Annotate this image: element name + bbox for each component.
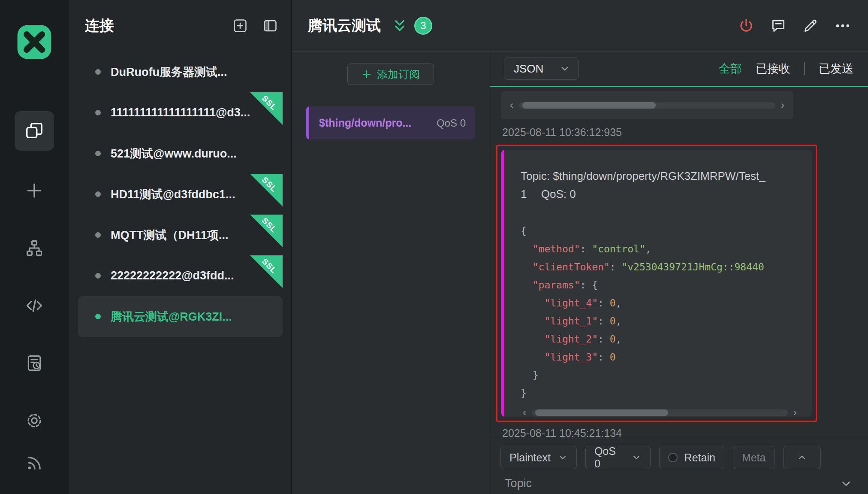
code-line: "params": {: [521, 276, 801, 294]
connection-item[interactable]: 111111111111111111@d3...SSL: [69, 92, 291, 133]
payload-code: { "method": "control", "clientToken": "v…: [521, 222, 801, 402]
code-token: [521, 333, 544, 345]
scrollbar-thumb[interactable]: [535, 409, 668, 416]
connection-label: DuRuofu服务器测试...: [111, 64, 227, 80]
connection-status-dot: [95, 191, 101, 197]
retain-toggle[interactable]: Retain: [659, 446, 724, 469]
code-line: "light_2": 0,: [521, 330, 801, 348]
message-item-partial[interactable]: ‹ ›: [501, 91, 793, 119]
message-item[interactable]: Topic: $thing/down/property/RGK3ZIMRPW/T…: [501, 150, 812, 417]
scrollbar-track[interactable]: [519, 102, 775, 109]
chevron-down-icon: [558, 452, 568, 463]
subscription-item[interactable]: $thing/down/pro...QoS 0: [306, 106, 475, 139]
code-token: "v2530439721JHmCg::98440: [621, 261, 764, 273]
filter-tab-all[interactable]: 全部: [719, 61, 742, 76]
code-token: [521, 352, 544, 363]
scrollbar-track[interactable]: [532, 409, 788, 416]
add-subscription-button[interactable]: 添加订阅: [347, 64, 434, 85]
horizontal-scrollbar[interactable]: ‹ ›: [508, 100, 787, 110]
new-connection-button[interactable]: [232, 18, 248, 34]
code-token: [521, 297, 544, 309]
connection-item[interactable]: HD11测试@d3fddbc1...SSL: [69, 174, 291, 215]
code-line: "light_4": 0,: [521, 294, 801, 312]
messages-toolbar: JSON 全部已接收已发送: [490, 52, 868, 87]
subscription-count-badge: 3: [414, 17, 432, 35]
code-token: }: [521, 370, 539, 381]
code-token: "clientToken": [533, 261, 610, 273]
payload-format-select[interactable]: JSON: [504, 58, 579, 80]
code-token: "params": [533, 279, 580, 291]
code-token: [521, 261, 533, 273]
scrollbar-thumb[interactable]: [522, 102, 656, 109]
publish-options-row: Plaintext QoS 0: [500, 446, 858, 469]
more-options-button[interactable]: [835, 18, 851, 34]
chevron-down-icon: [631, 452, 642, 463]
connection-item[interactable]: DuRuofu服务器测试...: [69, 52, 291, 92]
nav-log[interactable]: [15, 353, 54, 373]
publish-qos-select[interactable]: QoS 0: [585, 446, 651, 469]
annotation-highlight-box: Topic: $thing/down/property/RGK3ZIMRPW/T…: [496, 145, 817, 422]
new-window-plus-icon: [232, 18, 248, 34]
nav-feedback[interactable]: [15, 443, 54, 483]
scroll-right-icon[interactable]: ›: [779, 100, 787, 110]
nav-settings[interactable]: [15, 411, 54, 430]
filter-tab-received[interactable]: 已接收: [756, 61, 790, 76]
mqttx-logo-icon: [16, 24, 53, 61]
power-icon: [738, 18, 754, 34]
code-token: :: [598, 297, 610, 309]
code-token: :: [598, 333, 610, 345]
code-token: 0: [610, 297, 616, 309]
connection-label: 腾讯云测试@RGK3ZI...: [111, 309, 232, 324]
retain-toggle-dot: [668, 453, 678, 462]
horizontal-scrollbar[interactable]: ‹ ›: [521, 407, 801, 417]
filter-tab-sent[interactable]: 已发送: [819, 61, 853, 76]
nav-connections[interactable]: [15, 111, 54, 151]
mqttx-logo[interactable]: [16, 24, 53, 61]
publish-topic-input[interactable]: Topic: [500, 477, 858, 490]
code-token: "light_2": [544, 333, 598, 345]
edit-connection-button[interactable]: [802, 18, 819, 34]
nav-topics[interactable]: [15, 238, 54, 258]
collapse-panel-button[interactable]: [262, 18, 278, 34]
ssl-badge: SSL: [250, 92, 283, 125]
message-feed[interactable]: ‹ › 2025-08-11 10:36:12:935 Topic: $thin…: [490, 87, 868, 439]
disconnect-button[interactable]: [738, 18, 754, 34]
code-token: ,: [616, 333, 622, 345]
connection-label: MQTT测试（DH11项...: [111, 227, 229, 243]
scroll-left-icon[interactable]: ‹: [508, 100, 515, 110]
message-timestamp: 2025-08-11 10:45:21:134: [502, 427, 868, 439]
nav-new-connection[interactable]: [15, 181, 54, 200]
connections-panel: 连接 DuRuofu服务器测试...111111111111111111@d3.…: [69, 0, 292, 494]
edit-pencil-icon: [802, 18, 819, 34]
connection-status-dot: [95, 232, 101, 238]
connection-title: 腾讯云测试: [308, 16, 381, 36]
connection-actions: [738, 18, 851, 34]
messages-panel: JSON 全部已接收已发送 ‹ ›: [490, 52, 868, 494]
code-line: "clientToken": "v2530439721JHmCg::98440: [521, 258, 801, 276]
code-token: 0: [610, 352, 616, 363]
connection-list: DuRuofu服务器测试...111111111111111111@d3...S…: [69, 52, 291, 494]
meta-button[interactable]: Meta: [733, 446, 775, 469]
double-chevron-down-icon[interactable]: [392, 18, 407, 33]
code-token: [521, 279, 533, 291]
scroll-right-icon[interactable]: ›: [791, 407, 799, 417]
publish-format-select[interactable]: Plaintext: [500, 446, 577, 469]
log-icon: [25, 354, 44, 373]
code-line: }: [521, 384, 801, 402]
connection-label: 22222222222@d3fdd...: [111, 269, 234, 282]
code-token: "light_1": [544, 315, 598, 327]
expand-publish-button[interactable]: [783, 446, 821, 469]
message-topic-line1: Topic: $thing/down/property/RGK3ZIMRPW/T…: [521, 167, 801, 185]
connection-item[interactable]: MQTT测试（DH11项...SSL: [69, 215, 291, 255]
ssl-badge-label: SSL: [260, 175, 279, 194]
connection-item[interactable]: 腾讯云测试@RGK3ZI...: [78, 296, 283, 337]
plus-icon: [25, 181, 44, 200]
code-token: : {: [580, 279, 598, 291]
nav-script[interactable]: [15, 296, 54, 315]
add-subscription-label: 添加订阅: [377, 67, 420, 82]
connection-item[interactable]: 521测试@www.duruo...: [69, 133, 291, 174]
message-topic-text: Topic: $thing/down/property/RGK3ZIMRPW/T…: [521, 170, 766, 182]
chat-button[interactable]: [770, 18, 787, 34]
connection-item[interactable]: 22222222222@d3fdd...SSL: [69, 255, 291, 296]
scroll-left-icon[interactable]: ‹: [521, 407, 528, 417]
